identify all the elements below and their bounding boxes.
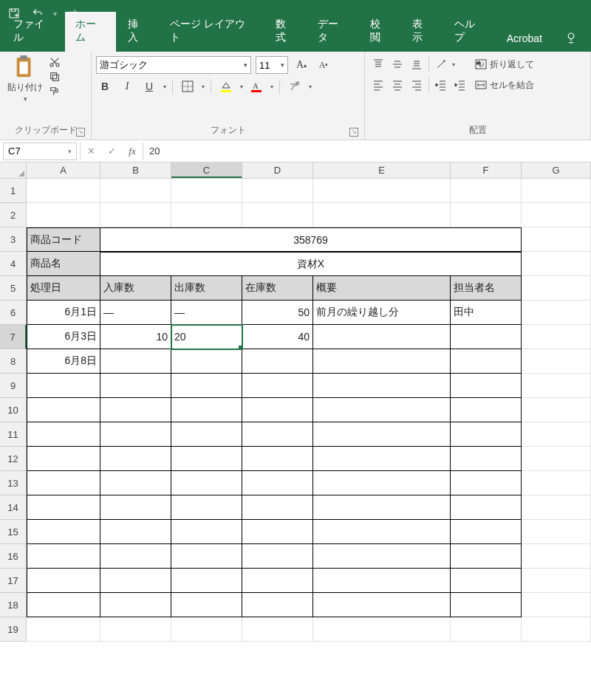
cell-F5[interactable]: 担当者名 [451,276,522,301]
cell-A16[interactable] [27,544,100,569]
cell-G7[interactable] [522,325,591,349]
bold-button[interactable]: B [96,78,114,95]
cell-F10[interactable] [451,398,522,422]
accept-formula-icon[interactable]: ✓ [101,143,122,160]
cell-G12[interactable] [522,447,591,471]
cell-A14[interactable] [27,495,100,520]
column-header-A[interactable]: A [27,162,100,178]
row-header-19[interactable]: 19 [0,617,27,642]
cell-C9[interactable] [171,374,242,398]
align-top-icon[interactable] [369,56,387,72]
cell-G1[interactable] [522,179,591,203]
decrease-indent-icon[interactable] [432,77,450,93]
cell-D16[interactable] [242,544,313,569]
cell-E7[interactable] [313,325,451,349]
cell-B7[interactable]: 10 [100,325,171,349]
cell-G17[interactable] [522,569,591,593]
cell-A1[interactable] [27,179,100,203]
cell-E1[interactable] [313,179,451,203]
cell-A7[interactable]: 6月3日 [27,325,100,349]
cell-G14[interactable] [522,495,591,520]
cell-A6[interactable]: 6月1日 [27,301,100,325]
cell-B10[interactable] [100,398,171,422]
increase-indent-icon[interactable] [451,77,469,93]
cell-E13[interactable] [313,471,451,495]
column-header-E[interactable]: E [313,162,451,178]
cell-A8[interactable]: 6月8日 [27,349,100,374]
cell-C17[interactable] [171,569,242,593]
cell-F7[interactable] [451,325,522,349]
cell-B4[interactable]: 資材X [100,252,522,276]
cell-E14[interactable] [313,495,451,520]
cell-G10[interactable] [522,398,591,422]
cell-E6[interactable]: 前月の繰り越し分 [313,301,451,325]
cell-D17[interactable] [242,569,313,593]
row-header-10[interactable]: 10 [0,398,27,422]
cell-E8[interactable] [313,349,451,374]
select-all-corner[interactable] [0,162,27,178]
cell-D1[interactable] [242,179,313,203]
row-header-9[interactable]: 9 [0,374,27,398]
cell-G11[interactable] [522,422,591,447]
cell-F18[interactable] [451,593,522,617]
align-right-icon[interactable] [408,77,426,93]
cell-G16[interactable] [522,544,591,569]
cell-D11[interactable] [242,422,313,447]
cell-F17[interactable] [451,569,522,593]
tab-acrobat[interactable]: Acrobat [496,27,553,52]
clipboard-launcher-icon[interactable]: ↘ [76,128,85,137]
row-header-16[interactable]: 16 [0,544,27,569]
cell-C10[interactable] [171,398,242,422]
row-header-14[interactable]: 14 [0,495,27,520]
cell-A17[interactable] [27,569,100,593]
cell-B15[interactable] [100,520,171,544]
row-header-2[interactable]: 2 [0,203,27,227]
copy-icon[interactable] [49,71,61,83]
cell-B12[interactable] [100,447,171,471]
font-launcher-icon[interactable]: ↘ [349,128,358,137]
cell-C2[interactable] [171,203,242,227]
cell-B14[interactable] [100,495,171,520]
cell-C15[interactable] [171,520,242,544]
row-header-6[interactable]: 6 [0,301,27,325]
cell-E16[interactable] [313,544,451,569]
cell-B8[interactable] [100,349,171,374]
tab-formulas[interactable]: 数式 [265,12,306,52]
cell-C18[interactable] [171,593,242,617]
cell-F9[interactable] [451,374,522,398]
font-size-combo[interactable]: 11▾ [256,56,288,74]
cell-G9[interactable] [522,374,591,398]
cell-A18[interactable] [27,593,100,617]
tab-pagelayout[interactable]: ページ レイアウト [160,12,263,52]
cell-F19[interactable] [451,617,522,642]
column-header-G[interactable]: G [522,162,591,178]
cell-F16[interactable] [451,544,522,569]
cell-C19[interactable] [171,617,242,642]
row-header-4[interactable]: 4 [0,252,27,276]
cell-G19[interactable] [522,617,591,642]
cell-A4[interactable]: 商品名 [27,252,100,276]
cell-B17[interactable] [100,569,171,593]
cell-F12[interactable] [451,447,522,471]
increase-font-icon[interactable]: A▴ [293,57,310,73]
cell-B5[interactable]: 入庫数 [100,276,171,301]
cell-A9[interactable] [27,374,100,398]
cell-D19[interactable] [242,617,313,642]
row-header-13[interactable]: 13 [0,471,27,495]
cell-A5[interactable]: 処理日 [27,276,100,301]
cell-B18[interactable] [100,593,171,617]
cell-E19[interactable] [313,617,451,642]
cell-G5[interactable] [522,276,591,301]
paste-button[interactable]: 貼り付け ▾ [4,55,46,103]
cell-D15[interactable] [242,520,313,544]
cell-B6[interactable]: ― [100,301,171,325]
cell-D5[interactable]: 在庫数 [242,276,313,301]
border-icon[interactable] [179,78,197,95]
insert-function-icon[interactable]: fx [122,143,143,160]
decrease-font-icon[interactable]: A▾ [315,57,332,73]
cell-B16[interactable] [100,544,171,569]
cell-C6[interactable]: ― [171,301,242,325]
column-header-D[interactable]: D [242,162,313,178]
font-color-icon[interactable]: A [247,78,265,95]
font-name-combo[interactable]: 游ゴシック▾ [96,56,251,74]
